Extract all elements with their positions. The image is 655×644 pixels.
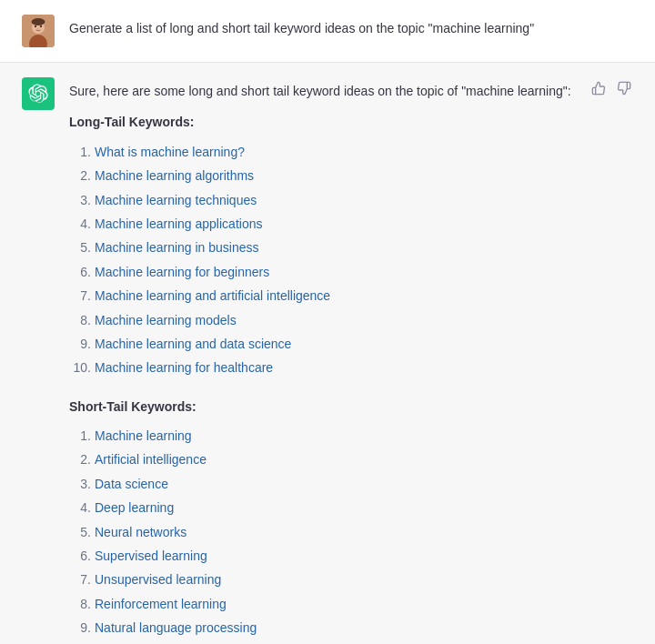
assistant-message-main: Sure, here are some long and short tail …: [69, 81, 575, 644]
intro-text-part1: Sure, here are some long and short tail …: [69, 84, 461, 98]
item-text: Machine learning models: [95, 310, 237, 330]
list-item: 1.What is machine learning?: [73, 142, 575, 162]
item-text: Reinforcement learning: [95, 594, 227, 614]
svg-point-6: [32, 18, 45, 25]
list-item: 4.Machine learning applications: [73, 214, 575, 234]
feedback-buttons: [590, 79, 633, 97]
item-number: 6.: [73, 546, 91, 566]
item-text: Deep learning: [95, 498, 174, 518]
list-item: 5.Neural networks: [73, 522, 575, 542]
item-number: 3.: [73, 190, 91, 210]
item-number: 2.: [73, 166, 91, 186]
chat-container: Generate a list of long and short tail k…: [0, 0, 655, 644]
svg-point-4: [40, 25, 42, 27]
assistant-intro: Sure, here are some long and short tail …: [69, 81, 575, 101]
item-text: Data science: [95, 474, 168, 494]
item-number: 9.: [73, 618, 91, 638]
item-number: 7.: [73, 286, 91, 306]
item-text: Machine learning applications: [95, 214, 262, 234]
list-item: 9.Natural language processing: [73, 618, 575, 638]
item-text: Machine learning techniques: [95, 190, 257, 210]
item-text: Unsupervised learning: [95, 569, 221, 589]
item-text: Machine learning algorithms: [95, 166, 254, 186]
list-item: 3.Data science: [73, 474, 575, 494]
list-item: 2.Machine learning algorithms: [73, 166, 575, 186]
item-number: 6.: [73, 262, 91, 282]
thumbs-down-button[interactable]: [615, 79, 633, 97]
item-text: What is machine learning?: [95, 142, 245, 162]
user-avatar: [22, 15, 55, 47]
assistant-avatar: [22, 77, 55, 110]
item-number: 1.: [73, 142, 91, 162]
list-item: 9.Machine learning and data science: [73, 334, 575, 354]
intro-end: :: [568, 84, 571, 98]
item-number: 3.: [73, 474, 91, 494]
item-number: 4.: [73, 214, 91, 234]
list-item: 3.Machine learning techniques: [73, 190, 575, 210]
item-text: Artificial intelligence: [95, 449, 207, 469]
item-number: 4.: [73, 498, 91, 518]
list-item: 2.Artificial intelligence: [73, 449, 575, 469]
list-item: 8.Machine learning models: [73, 310, 575, 330]
user-message-content: Generate a list of long and short tail k…: [69, 15, 633, 38]
item-text: Machine learning and artificial intellig…: [95, 286, 330, 306]
item-number: 2.: [73, 449, 91, 469]
list-item: 10.Machine learning for healthcare: [73, 357, 575, 377]
assistant-message-content: Sure, here are some long and short tail …: [69, 77, 575, 644]
item-text: Neural networks: [95, 522, 186, 542]
item-number: 10.: [73, 357, 91, 377]
list-item: 7.Unsupervised learning: [73, 569, 575, 589]
list-item: 5.Machine learning in business: [73, 237, 575, 257]
user-prompt-text: Generate a list of long and short tail k…: [69, 18, 633, 38]
item-text: Machine learning for beginners: [95, 262, 269, 282]
assistant-message: Sure, here are some long and short tail …: [0, 63, 655, 644]
list-item: 6.Machine learning for beginners: [73, 262, 575, 282]
svg-point-5: [37, 28, 38, 29]
item-text: Machine learning in business: [95, 237, 259, 257]
list-item: 7.Machine learning and artificial intell…: [73, 286, 575, 306]
list-item: 6.Supervised learning: [73, 546, 575, 566]
item-number: 5.: [73, 522, 91, 542]
item-number: 8.: [73, 594, 91, 614]
list-item: 4.Deep learning: [73, 498, 575, 518]
short-tail-title: Short-Tail Keywords:: [69, 397, 575, 417]
thumbs-up-button[interactable]: [590, 79, 608, 97]
item-number: 7.: [73, 569, 91, 589]
item-number: 1.: [73, 426, 91, 446]
item-number: 9.: [73, 334, 91, 354]
long-tail-list: 1.What is machine learning?2.Machine lea…: [69, 142, 575, 378]
list-item: 1.Machine learning: [73, 426, 575, 446]
item-text: Machine learning and data science: [95, 334, 291, 354]
intro-topic: "machine learning": [461, 84, 568, 98]
item-number: 5.: [73, 237, 91, 257]
item-text: Machine learning for healthcare: [95, 357, 273, 377]
item-text: Natural language processing: [95, 618, 257, 638]
list-item: 8.Reinforcement learning: [73, 594, 575, 614]
long-tail-title: Long-Tail Keywords:: [69, 112, 575, 132]
short-tail-list: 1.Machine learning2.Artificial intellige…: [69, 426, 575, 644]
item-number: 8.: [73, 310, 91, 330]
item-text: Supervised learning: [95, 546, 207, 566]
user-message: Generate a list of long and short tail k…: [0, 0, 655, 63]
item-text: Machine learning: [95, 426, 192, 446]
svg-point-3: [35, 25, 36, 27]
